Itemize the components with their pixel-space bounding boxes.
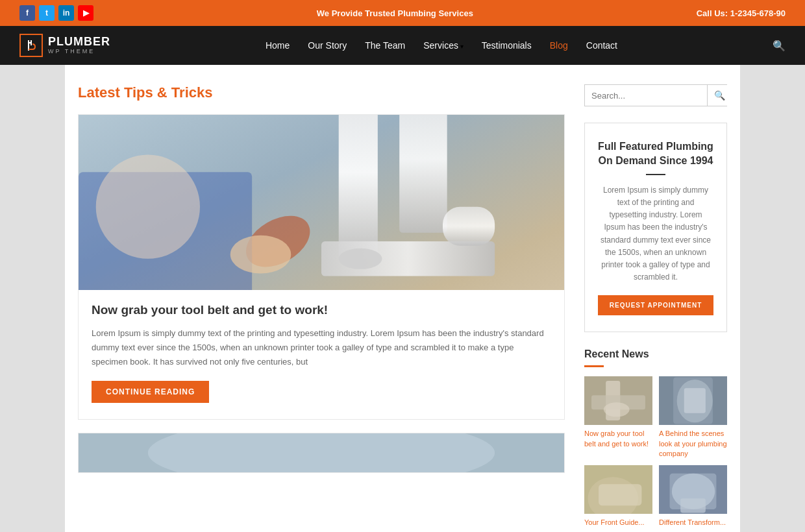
logo-text: PLUMBER WP THEME <box>48 36 110 55</box>
search-box: 🔍 <box>584 84 727 106</box>
logo-sub: WP THEME <box>48 49 110 55</box>
content-area: Latest Tips & Tricks <box>78 84 565 528</box>
svg-point-11 <box>148 433 495 472</box>
nav-item-theteam[interactable]: The Team <box>365 40 405 51</box>
nav-item-services[interactable]: Services <box>423 40 463 51</box>
news-link-2[interactable]: A Behind the scenes look at your plumbin… <box>659 429 727 459</box>
widget-title: Full Featured Plumbing On Demand Since 1… <box>598 139 713 169</box>
logo-icon <box>19 34 43 57</box>
article-image-1 <box>79 115 564 290</box>
search-icon[interactable]: 🔍 <box>773 40 786 52</box>
section-title: Latest Tips & Tricks <box>78 84 565 101</box>
recent-news: Recent News <box>584 348 727 528</box>
top-bar: f t in ▶ We Provide Trusted Plumbing Ser… <box>0 0 805 26</box>
page-outer: f t in ▶ We Provide Trusted Plumbing Ser… <box>0 0 805 532</box>
svg-rect-26 <box>680 499 706 513</box>
nav-link-theteam[interactable]: The Team <box>365 40 405 51</box>
search-input[interactable] <box>585 85 707 106</box>
news-link-3[interactable]: Your Front Guide... <box>584 518 652 527</box>
phone-number: Call Us: 1-2345-678-90 <box>697 8 786 18</box>
news-thumb-2 <box>659 376 727 425</box>
article-card-1: Now grab your tool belt and get to work!… <box>78 114 565 420</box>
news-thumb-3 <box>584 465 652 514</box>
sidebar: 🔍 Full Featured Plumbing On Demand Since… <box>584 84 727 528</box>
news-thumb-4 <box>659 465 727 514</box>
youtube-icon[interactable]: ▶ <box>78 5 93 21</box>
nav-item-ourstory[interactable]: Our Story <box>308 40 347 51</box>
svg-point-5 <box>339 248 382 269</box>
nav-link-blog[interactable]: Blog <box>550 40 568 51</box>
svg-rect-22 <box>599 485 641 506</box>
nav-links: Home Our Story The Team Services Testimo… <box>266 40 617 51</box>
news-thumb-1 <box>584 376 652 425</box>
logo[interactable]: PLUMBER WP THEME <box>19 34 110 57</box>
news-link-1[interactable]: Now grab your tool belt and get to work! <box>584 429 652 449</box>
facebook-icon[interactable]: f <box>19 5 35 21</box>
news-item-3[interactable]: Your Front Guide... <box>584 465 652 527</box>
news-item-2[interactable]: A Behind the scenes look at your plumbin… <box>659 376 727 459</box>
nav-link-home[interactable]: Home <box>266 40 290 51</box>
svg-rect-2 <box>399 115 447 233</box>
nav-link-testimonials[interactable]: Testimonials <box>482 40 532 51</box>
article-title-1: Now grab your tool belt and get to work! <box>92 303 551 317</box>
nav-item-blog[interactable]: Blog <box>550 40 568 51</box>
tagline: We Provide Trusted Plumbing Services <box>317 8 473 18</box>
svg-rect-1 <box>339 115 378 259</box>
main-layout: Latest Tips & Tricks <box>78 84 727 528</box>
article-body-1: Now grab your tool belt and get to work!… <box>79 290 564 419</box>
page-wrapper: Latest Tips & Tricks <box>65 65 740 532</box>
news-link-4[interactable]: Different Transform... <box>659 518 727 527</box>
recent-news-title: Recent News <box>584 348 727 360</box>
news-grid: Now grab your tool belt and get to work! <box>584 376 727 528</box>
recent-news-divider <box>584 365 604 367</box>
logo-main: PLUMBER <box>48 36 110 49</box>
sidebar-widget: Full Featured Plumbing On Demand Since 1… <box>584 123 727 332</box>
news-item-4[interactable]: Different Transform... <box>659 465 727 527</box>
twitter-icon[interactable]: t <box>39 5 55 21</box>
social-icons-group: f t in ▶ <box>19 5 93 21</box>
nav-item-testimonials[interactable]: Testimonials <box>482 40 532 51</box>
svg-rect-19 <box>684 388 706 413</box>
widget-text: Lorem Ipsum is simply dummy text of the … <box>598 184 713 284</box>
nav-item-contact[interactable]: Contact <box>586 40 617 51</box>
news-item-1[interactable]: Now grab your tool belt and get to work! <box>584 376 652 459</box>
article-card-2 <box>78 433 565 473</box>
svg-point-9 <box>230 236 291 274</box>
article-image-2 <box>79 433 564 472</box>
svg-rect-4 <box>443 207 495 246</box>
nav-bar: PLUMBER WP THEME Home Our Story The Team… <box>0 26 805 65</box>
svg-rect-8 <box>96 155 200 259</box>
appointment-button[interactable]: REQUEST APPOINTMENT <box>598 295 713 315</box>
continue-reading-button[interactable]: CONTINUE READING <box>92 381 209 403</box>
search-button[interactable]: 🔍 <box>707 85 732 106</box>
article-excerpt-1: Lorem Ipsum is simply dummy text of the … <box>92 326 551 369</box>
nav-item-home[interactable]: Home <box>266 40 290 51</box>
widget-divider <box>646 174 665 175</box>
nav-link-contact[interactable]: Contact <box>586 40 617 51</box>
nav-link-services[interactable]: Services <box>423 40 458 51</box>
svg-point-15 <box>604 403 630 417</box>
linkedin-icon[interactable]: in <box>58 5 74 21</box>
nav-link-ourstory[interactable]: Our Story <box>308 40 347 51</box>
